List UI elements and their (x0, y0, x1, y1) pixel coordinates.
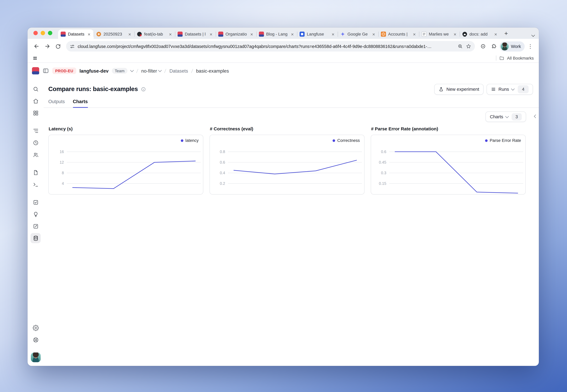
bookmark-star-icon[interactable] (466, 43, 471, 49)
all-bookmarks-label[interactable]: All Bookmarks (507, 56, 534, 60)
tab-charts[interactable]: Charts (73, 99, 88, 108)
org-switcher-button[interactable] (131, 70, 133, 71)
breadcrumb-current-item[interactable]: basic-examples (196, 68, 229, 73)
tab-close-icon[interactable]: × (453, 31, 457, 37)
tab-close-icon[interactable]: × (87, 31, 91, 37)
tab-close-icon[interactable]: × (290, 31, 295, 37)
legend-dot-icon (333, 139, 335, 142)
panel-collapse-button[interactable] (533, 113, 538, 119)
breadcrumb-datasets-link[interactable]: Datasets (170, 68, 188, 73)
sidebar-item-evaluators[interactable] (30, 209, 41, 219)
content-toolbar: Charts 3 (48, 112, 533, 122)
gemini-favicon (340, 32, 345, 37)
chart-card: Correctness 0.80.60.40.2 (210, 135, 365, 195)
forward-button[interactable] (42, 41, 52, 51)
tab-close-icon[interactable]: × (331, 31, 335, 37)
browser-menu-button[interactable]: ⋮ (525, 43, 535, 49)
sidebar-item-search[interactable] (30, 84, 41, 94)
chart-legend: Parse Error Rate (485, 138, 521, 143)
app-viewport: PROD-EU langfuse-dev Team / no-filter / … (28, 63, 539, 366)
legend-label: latency (185, 138, 198, 143)
breadcrumb-separator: / (136, 68, 138, 74)
tab-title: Datasets | l (185, 32, 207, 36)
back-button[interactable] (31, 41, 41, 51)
sidebar-item-scores[interactable] (30, 197, 41, 207)
tab-outputs[interactable]: Outputs (48, 99, 65, 108)
sidebar-item-sessions[interactable] (30, 138, 41, 148)
langfuse-docs-favicon (299, 32, 305, 37)
info-icon[interactable] (141, 87, 146, 92)
sidebar-item-users[interactable] (30, 150, 41, 160)
user-avatar[interactable] (31, 352, 41, 362)
url-text[interactable]: cloud.langfuse.com/project/cmfwgv8fx002o… (78, 44, 455, 49)
sidebar-item-tracing[interactable] (30, 126, 41, 136)
sidebar-toggle-button[interactable] (43, 68, 49, 74)
browser-tab[interactable]: Marlies we × (419, 29, 460, 39)
address-bar[interactable]: cloud.langfuse.com/project/cmfwgv8fx002o… (66, 41, 475, 52)
check-square-icon (32, 199, 39, 205)
tab-close-icon[interactable]: × (168, 31, 172, 37)
browser-tab[interactable]: Accounts | × (378, 29, 419, 39)
sidebar-item-dashboards[interactable] (30, 108, 41, 118)
browser-tab[interactable]: Blog - Lang × (256, 29, 297, 39)
svg-text:0.15: 0.15 (379, 181, 386, 186)
tab-close-icon[interactable]: × (371, 31, 376, 37)
extensions-puzzle-icon[interactable] (489, 41, 499, 51)
charts-count-badge: 3 (512, 113, 522, 120)
clock-icon (32, 140, 39, 146)
new-tab-button[interactable]: + (502, 29, 510, 38)
tab-close-icon[interactable]: × (209, 31, 213, 37)
reload-button[interactable] (53, 41, 63, 51)
zoom-icon[interactable] (458, 43, 463, 49)
browser-tab[interactable]: Langfuse × (297, 29, 338, 39)
apps-grid-icon[interactable] (33, 56, 37, 60)
environment-badge: PROD-EU (52, 68, 76, 74)
line-chart-svg: 0.80.60.40.2 (210, 135, 364, 194)
sidebar-item-settings[interactable] (30, 323, 41, 333)
chart-legend: latency (181, 138, 199, 143)
charts-filter-button[interactable]: Charts 3 (485, 112, 526, 122)
browser-tab[interactable]: Organizatio × (216, 29, 256, 39)
browser-tab[interactable]: Datasets | l × (175, 29, 216, 39)
minimize-window-button[interactable] (41, 31, 45, 35)
pinned-extension-icon[interactable] (478, 41, 488, 51)
chevron-down-icon (505, 114, 509, 118)
new-experiment-button[interactable]: New experiment (435, 84, 484, 95)
tab-close-icon[interactable]: × (494, 31, 498, 37)
close-window-button[interactable] (33, 31, 38, 35)
forward-arrow-icon (44, 43, 50, 49)
tab-title: feat(io-tab (144, 32, 166, 36)
sidebar-item-home[interactable] (30, 96, 41, 106)
tab-title: Blog - Lang (266, 32, 288, 36)
project-filter-dropdown[interactable]: no-filter (141, 68, 161, 73)
sidebar-item-support[interactable] (30, 335, 41, 345)
browser-tab[interactable]: docs: add × (460, 29, 500, 39)
tab-close-icon[interactable]: × (250, 31, 254, 37)
site-settings-icon[interactable] (70, 44, 75, 49)
tab-close-icon[interactable]: × (412, 31, 416, 37)
sidebar-item-playground[interactable] (30, 179, 41, 190)
organization-name[interactable]: langfuse-dev (79, 68, 109, 73)
charts-filter-label: Charts (490, 114, 503, 119)
chart-title: # Parse Error Rate (annotation) (371, 126, 526, 131)
tab-close-icon[interactable]: × (128, 31, 132, 37)
sidebar-item-annotation[interactable] (30, 221, 41, 231)
chart-legend: Correctness (333, 138, 360, 143)
chevron-down-icon (130, 69, 134, 72)
tab-search-chevron[interactable] (532, 31, 535, 38)
home-icon (32, 98, 39, 104)
browser-tab[interactable]: 20250923 × (94, 29, 134, 39)
sidebar-item-datasets[interactable] (30, 233, 41, 243)
main-content: Compare runs: basic-examples New experim… (43, 79, 539, 366)
tab-title: Organizatio (226, 32, 247, 36)
runs-label: Runs (498, 87, 509, 92)
chevron-down-icon (511, 87, 515, 91)
gear-icon (32, 325, 39, 331)
browser-tab[interactable]: feat(io-tab × (134, 29, 175, 39)
browser-tab[interactable]: Datasets | l × (58, 29, 94, 39)
browser-tab[interactable]: Google Ge × (338, 29, 378, 39)
maximize-window-button[interactable] (48, 31, 52, 35)
runs-dropdown-button[interactable]: Runs 4 (486, 84, 533, 95)
browser-profile-chip[interactable]: Work (500, 41, 525, 51)
sidebar-item-prompts[interactable] (30, 167, 41, 177)
